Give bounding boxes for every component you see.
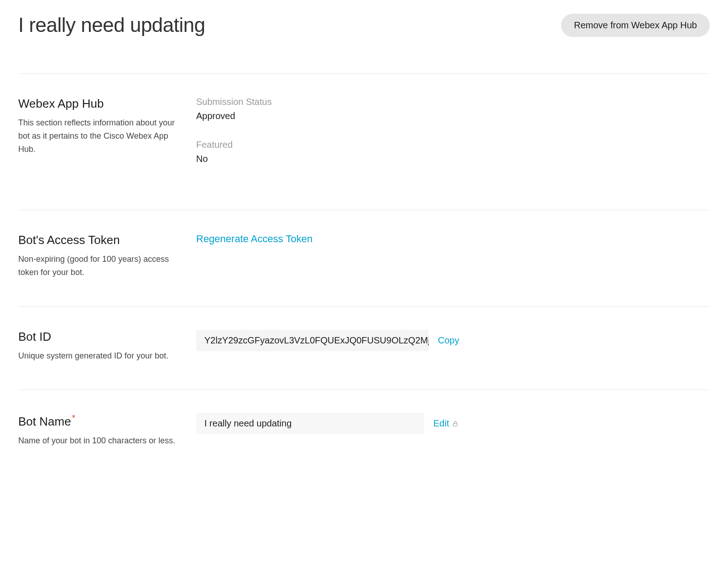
section-desc-app-hub: This section reflects information about … bbox=[18, 116, 178, 156]
section-left: Bot's Access Token Non-expiring (good fo… bbox=[18, 233, 196, 279]
section-right: I really need updating Edit bbox=[196, 413, 710, 447]
section-right: Y2lzY29zcGFyazovL3VzL0FQUExJQ0FUSU9OLzQ2… bbox=[196, 330, 710, 363]
section-left: Webex App Hub This section reflects info… bbox=[18, 97, 196, 182]
section-left: Bot Name* Name of your bot in 100 charac… bbox=[18, 413, 196, 447]
section-desc-access-token: Non-expiring (good for 100 years) access… bbox=[18, 253, 178, 279]
lock-icon bbox=[452, 420, 459, 427]
svg-rect-0 bbox=[453, 423, 457, 426]
submission-status-value: Approved bbox=[196, 111, 710, 121]
bot-name-row: I really need updating Edit bbox=[196, 413, 710, 434]
submission-status-label: Submission Status bbox=[196, 97, 710, 107]
required-indicator: * bbox=[72, 413, 76, 423]
featured-label: Featured bbox=[196, 140, 710, 150]
page-header: I really need updating Remove from Webex… bbox=[18, 14, 710, 37]
page-title: I really need updating bbox=[18, 14, 205, 36]
edit-label: Edit bbox=[433, 418, 449, 429]
bot-name-heading-text: Bot Name bbox=[18, 415, 71, 428]
section-heading-bot-id: Bot ID bbox=[18, 330, 178, 344]
section-left: Bot ID Unique system generated ID for yo… bbox=[18, 330, 196, 363]
section-heading-bot-name: Bot Name* bbox=[18, 413, 178, 429]
bot-id-row: Y2lzY29zcGFyazovL3VzL0FQUExJQ0FUSU9OLzQ2… bbox=[196, 330, 710, 351]
copy-bot-id-button[interactable]: Copy bbox=[438, 335, 459, 346]
section-bot-name: Bot Name* Name of your bot in 100 charac… bbox=[18, 390, 710, 474]
section-app-hub: Webex App Hub This section reflects info… bbox=[18, 74, 710, 210]
section-desc-bot-id: Unique system generated ID for your bot. bbox=[18, 349, 178, 363]
section-heading-app-hub: Webex App Hub bbox=[18, 97, 178, 111]
section-desc-bot-name: Name of your bot in 100 characters or le… bbox=[18, 434, 178, 447]
bot-name-value: I really need updating bbox=[196, 413, 424, 434]
section-bot-id: Bot ID Unique system generated ID for yo… bbox=[18, 307, 710, 390]
featured-value: No bbox=[196, 154, 710, 164]
regenerate-access-token-link[interactable]: Regenerate Access Token bbox=[196, 233, 312, 245]
section-heading-access-token: Bot's Access Token bbox=[18, 233, 178, 247]
section-access-token: Bot's Access Token Non-expiring (good fo… bbox=[18, 210, 710, 306]
bot-id-value: Y2lzY29zcGFyazovL3VzL0FQUExJQ0FUSU9OLzQ2… bbox=[196, 330, 429, 351]
edit-bot-name-button[interactable]: Edit bbox=[433, 418, 459, 429]
section-right: Regenerate Access Token bbox=[196, 233, 710, 279]
section-right: Submission Status Approved Featured No bbox=[196, 97, 710, 182]
remove-from-app-hub-button[interactable]: Remove from Webex App Hub bbox=[561, 14, 710, 37]
